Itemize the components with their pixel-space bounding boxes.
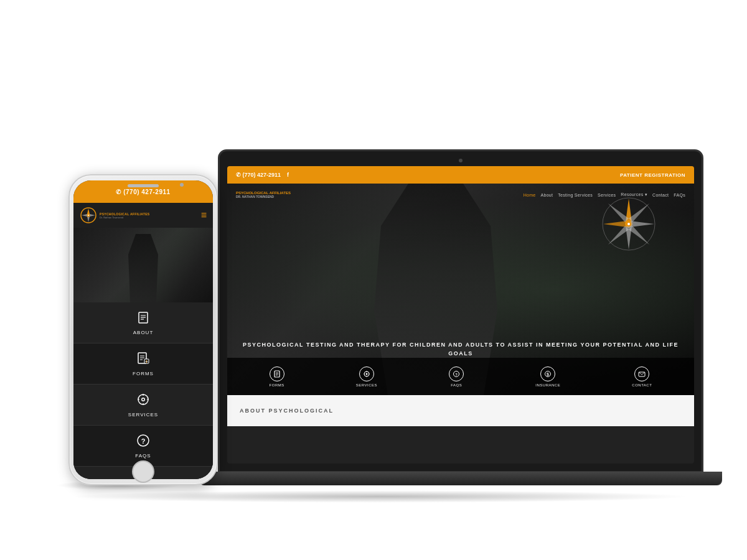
laptop-forms-icon [270,366,284,381]
laptop-camera [459,159,463,162]
laptop-services-label: SERVICES [356,383,377,387]
svg-point-47 [143,398,144,400]
laptop-contact-label: CONTACT [632,383,652,387]
laptop-faqs-label: FAQS [451,383,462,387]
laptop-nav-about[interactable]: About [541,193,553,197]
laptop-patient-reg[interactable]: PATIENT REGISTRATION [620,172,685,178]
phone-logo-icon [80,207,97,224]
laptop-nav-testing[interactable]: Testing Services [558,193,593,197]
phone-menu-about[interactable]: ABOUT [73,302,213,343]
phone-menu-forms[interactable]: FORMS [73,343,213,385]
laptop-contact-icon [634,366,649,381]
svg-marker-8 [629,226,649,245]
svg-point-17 [365,373,367,375]
laptop-icon-services[interactable]: SERVICES [356,366,377,387]
laptop-shadow [68,490,691,503]
phone-faqs-icon: ? [136,434,150,450]
svg-marker-29 [87,217,90,222]
laptop-hero-heading: PSYCHOLOGICAL TESTING AND THERAPY FOR CH… [240,341,682,358]
phone-topbar-phone: ✆ (770) 427-2911 [116,189,170,195]
laptop-faqs-icon: ? [449,366,464,381]
svg-text:$: $ [547,372,549,377]
phone-screen: ✆ (770) 427-2911 PSYCHOLOGICAL AF [73,180,213,479]
phone-logo-subtitle: Dr. Nathan Townsend [100,216,149,219]
laptop-body: ✆ (770) 427-2911 f PATIENT REGISTRATION … [218,149,703,473]
laptop-facebook-icon: f [287,172,289,178]
laptop-about-section: ABOUT PSYCHOLOGICAL [227,395,694,426]
laptop-about-heading: ABOUT PSYCHOLOGICAL [240,408,334,414]
laptop-forms-label: FORMS [270,383,284,387]
phone-home-button[interactable] [132,460,154,483]
svg-marker-30 [82,214,87,217]
phone-menu: ABOUT FORMS SERVICES ? [73,302,213,479]
laptop-hero-text: PSYCHOLOGICAL TESTING AND THERAPY FOR CH… [240,341,682,358]
svg-marker-31 [90,214,95,217]
svg-marker-7 [608,203,629,222]
laptop-screen: ✆ (770) 427-2911 f PATIENT REGISTRATION … [227,166,694,464]
svg-point-33 [88,215,89,216]
laptop-topbar-left: ✆ (770) 427-2911 f [236,172,289,178]
phone-camera [180,183,184,187]
laptop-foot [199,472,722,485]
laptop-icon-contact[interactable]: CONTACT [632,366,652,387]
phone-hamburger-icon[interactable]: ≡ [201,210,207,221]
svg-marker-9 [608,226,629,245]
phone-speaker [128,184,159,187]
laptop-logo-subtitle: Dr. Nathan Townsend [236,195,291,198]
laptop-phone-number: ✆ (770) 427-2911 [236,172,281,178]
svg-text:?: ? [455,373,458,376]
phone-logo-text-area: PSYCHOLOGICAL AFFILIATES Dr. Nathan Town… [100,212,149,219]
phone-services-label: SERVICES [128,412,158,418]
laptop-nav-home[interactable]: Home [524,193,536,197]
svg-marker-6 [629,203,649,222]
laptop-logo: PSYCHOLOGICAL AFFILIATES Dr. Nathan Town… [236,191,291,198]
laptop-icon-forms[interactable]: FORMS [270,366,284,387]
laptop-insurance-icon: $ [540,366,555,381]
laptop-topbar: ✆ (770) 427-2911 f PATIENT REGISTRATION [227,166,694,184]
phone-forms-label: FORMS [133,371,154,376]
phone-device: ✆ (770) 427-2911 PSYCHOLOGICAL AF [68,174,218,485]
svg-marker-4 [603,221,627,227]
phone-hero [73,228,213,302]
phone-forms-icon [136,352,150,368]
phone-about-icon [136,310,150,327]
laptop-services-icon [359,366,374,381]
phone-menu-services[interactable]: SERVICES [73,385,213,426]
svg-text:?: ? [141,437,146,445]
phone-about-label: ABOUT [133,330,154,335]
phone-services-icon [136,393,150,409]
laptop-icon-faqs[interactable]: ? FAQS [449,366,464,387]
phone-navbar: PSYCHOLOGICAL AFFILIATES Dr. Nathan Town… [73,203,213,228]
laptop-device: ✆ (770) 427-2911 f PATIENT REGISTRATION … [218,149,703,498]
svg-marker-28 [87,208,90,214]
phone-faqs-label: FAQS [135,453,151,459]
svg-point-11 [627,223,630,225]
svg-marker-5 [631,221,654,227]
laptop-compass [601,196,657,252]
laptop-base [199,472,722,485]
laptop-hero: PSYCHOLOGICAL AFFILIATES Dr. Nathan Town… [227,184,694,395]
laptop-insurance-label: INSURANCE [535,383,560,387]
laptop-bottom-icons: FORMS SERVICES ? FAQS [227,358,694,395]
laptop-nav-faqs[interactable]: FAQs [674,193,685,197]
phone-logo-area: PSYCHOLOGICAL AFFILIATES Dr. Nathan Town… [80,207,149,224]
laptop-icon-insurance[interactable]: $ INSURANCE [535,366,560,387]
scene: ✆ (770) 427-2911 f PATIENT REGISTRATION … [31,25,716,535]
